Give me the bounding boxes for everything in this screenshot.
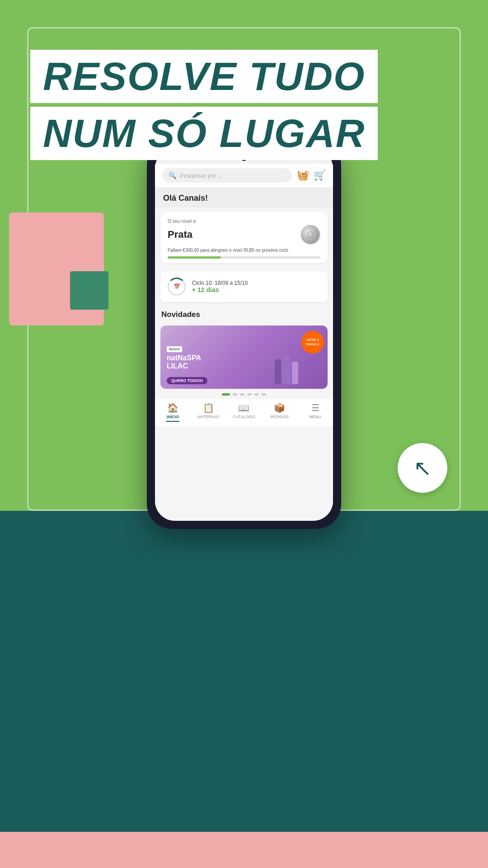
nav-pedidos-label: PEDIDOS [271,415,289,419]
quero-button[interactable]: QUERO TODOS! [167,377,207,384]
dot-4[interactable] [247,393,252,396]
catalogo-icon: 📖 [238,402,249,413]
nav-inicio[interactable]: 🏠 INÍCIO [155,402,191,422]
menu-icon: ☰ [311,402,319,413]
search-box[interactable]: 🔍 Pesquisar por ... [162,168,292,183]
nav-menu-label: MENU [309,415,321,419]
pedidos-icon: 📦 [274,402,285,413]
dot-3[interactable] [240,393,244,396]
level-label: O teu nível é [168,218,320,224]
progress-bar-track [168,256,320,259]
greeting-text: Olá Canais! [163,193,208,203]
product-banner[interactable]: NOVO natNaSPA LILAC QUERO TODOS! LEVA 3P… [160,326,328,389]
screen-content: 🔍 Pesquisar por ... 🧺 🛒 Olá Canais! O te… [155,164,333,521]
cycle-info: Ciclo 10: 18/09 a 15/10 + 12 dias [192,280,248,293]
nav-materiais-label: MATERIAIS [197,415,219,419]
novidades-title: Novidades [161,310,327,319]
nav-underline [166,421,179,422]
headline-line2: NUM SÓ LUGAR [43,111,365,156]
nav-materiais[interactable]: 📋 MATERIAIS [191,402,226,422]
bottom-section: acompanha o teu limite de crédito, fatur… [0,511,488,868]
small-green-rect [70,271,108,310]
inicio-icon: 🏠 [167,402,178,413]
greeting-area: Olá Canais! [155,187,333,208]
headline-line1: RESOLVE TUDO [43,54,365,99]
cycle-icon: 📅 [168,278,186,296]
level-name-row: Prata ⬡ [168,225,320,245]
banner-brand: natNaSPA LILAC [167,354,321,370]
search-bar-row: 🔍 Pesquisar por ... 🧺 🛒 [155,164,333,187]
cursor-icon: ↖ [413,455,432,481]
level-progress-text: Faltam €300,00 para atingires o nível RU… [168,247,320,254]
nav-inicio-label: INÍCIO [167,415,179,419]
search-icon: 🔍 [169,172,176,179]
phone-mockup: 🔍 Pesquisar por ... 🧺 🛒 Olá Canais! O te… [147,140,341,529]
cycle-dates: Ciclo 10: 18/09 a 15/10 [192,280,248,286]
cart-icon[interactable]: 🛒 [314,170,326,181]
level-name: Prata [168,229,192,241]
search-placeholder: Pesquisar por ... [180,172,223,179]
level-card: O teu nível é Prata ⬡ Faltam €300,00 par… [160,212,328,263]
bottom-nav: 🏠 INÍCIO 📋 MATERIAIS 📖 CATÁLOGO 📦 [155,398,333,426]
novo-badge: NOVO [167,346,182,352]
pink-bottom-accent [0,832,488,868]
nav-menu[interactable]: ☰ MENU [297,402,333,422]
level-badge: ⬡ [300,225,320,245]
cycle-card: 📅 Ciclo 10: 18/09 a 15/10 + 12 dias [160,271,328,302]
headline-area: RESOLVE TUDO NUM SÓ LUGAR [30,50,378,160]
banner-content: NOVO natNaSPA LILAC QUERO TODOS! LEVA 3P… [160,326,328,389]
dot-2[interactable] [233,393,237,396]
wishlist-icon[interactable]: 🧺 [297,170,309,181]
phone-screen: 🔍 Pesquisar por ... 🧺 🛒 Olá Canais! O te… [155,148,333,521]
progress-bar-fill [168,256,221,259]
novidades-section: Novidades [155,306,333,326]
nav-catalogo[interactable]: 📖 CATÁLOGO [226,402,262,422]
materiais-icon: 📋 [203,402,214,413]
dot-5[interactable] [254,393,259,396]
dot-6[interactable] [262,393,266,396]
nav-pedidos[interactable]: 📦 PEDIDOS [262,402,297,422]
dot-1[interactable] [222,393,230,396]
top-section: RESOLVE TUDO NUM SÓ LUGAR 🔍 Pesquisar po… [0,0,488,511]
banner-dots [155,393,333,396]
nav-catalogo-label: CATÁLOGO [233,415,255,419]
cycle-days: + 12 dias [192,286,248,293]
banner-left: NOVO natNaSPA LILAC QUERO TODOS! [160,338,328,376]
cursor-circle[interactable]: ↖ [398,443,447,493]
